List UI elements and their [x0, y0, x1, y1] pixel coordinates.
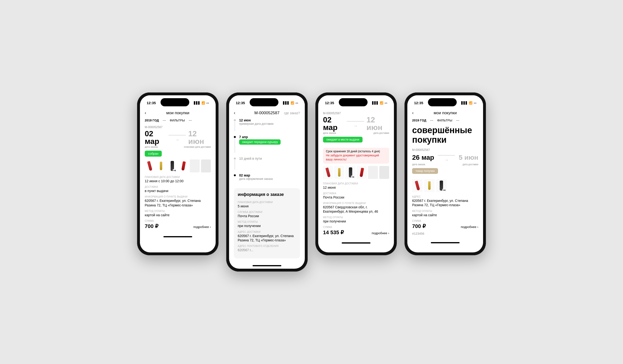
dynamic-island-3: [339, 98, 368, 106]
timeline-item-2: 7 апр ожидает передачи курьеру: [234, 135, 300, 153]
products-row-1: ×4: [145, 159, 211, 172]
product-1f: [201, 159, 211, 172]
info-value-1-3: картой на сайте: [145, 213, 211, 217]
back-button-2[interactable]: ‹: [234, 110, 235, 115]
status-time-3: 12:35: [325, 101, 334, 105]
info-label-3-1: ДОСТАВКА: [323, 192, 389, 195]
date-from-label-1: дата заказа: [145, 146, 158, 148]
sum-value-3: 14 535 ₽: [323, 229, 344, 236]
timeline-badge-2: ожидает передачи курьеру: [239, 139, 281, 145]
timeline-desc-1: примерная дата доставки: [239, 122, 273, 126]
date-row-1: 02 мар ————→ 12 июн: [145, 130, 211, 145]
status-time-1: 12:35: [147, 101, 156, 105]
status-icons-4: ▋▋▋ 📶 ▭: [461, 101, 476, 105]
info-label-2-4: АДРЕС ПОЧТОВОГО ОТДЕЛЕНИЯ: [238, 245, 296, 247]
timeline-item-4: 02 мар дата оформления заказа: [234, 173, 300, 181]
info-value-1-2: 620567 г. Екатеринбург, ул. Степана Рази…: [145, 198, 211, 207]
phones-container: 12:35 ▋▋▋ 📶 ▭ ‹ мои покупки 2019 ГОД ···…: [137, 92, 486, 272]
product-3c: ×4: [346, 166, 355, 179]
battery-icon-2: ▭: [295, 101, 298, 105]
date-arrow-4: ————→: [437, 152, 456, 163]
status-time-4: 12:35: [414, 101, 423, 105]
receipt-4: #123456: [412, 232, 478, 236]
back-button-4[interactable]: ‹: [412, 110, 414, 115]
date-from-3: 02 мар: [323, 116, 345, 131]
nav-bar-4: ‹ мои покупки: [407, 109, 483, 116]
timeline-dot-4: [234, 174, 236, 176]
nav-title-2: М-000052587: [254, 111, 280, 115]
info-label-2-1: СЛУЖБА ДОСТАВКИ: [238, 211, 296, 213]
product-4b: [424, 179, 435, 192]
info-value-2-0: 5 июня: [238, 204, 296, 208]
product-1e: [190, 159, 200, 172]
info-value-2-4: 620567 г...: [238, 248, 296, 252]
info-value-1-1: в пункт выдачи: [145, 189, 211, 193]
info-value-3-0: 12 июня: [323, 185, 389, 190]
info-label-4-2: СУММА: [412, 220, 478, 222]
more-link-3[interactable]: подробнее ›: [372, 231, 389, 235]
filters-label-1[interactable]: ФИЛЬТРЫ: [170, 119, 185, 122]
year-label-4[interactable]: 2019 ГОД: [412, 119, 426, 122]
product-3e: [368, 166, 378, 179]
info-label-2-2: МЕТОД ОПЛАТЫ: [238, 221, 296, 223]
date-from-label-3: дата заказа: [323, 132, 336, 134]
info-label-2-3: АДРЕС ДОСТАВКИ: [238, 231, 296, 233]
back-button-1[interactable]: ‹: [145, 110, 146, 115]
more-link-4[interactable]: подробнее ›: [461, 225, 478, 229]
timeline-dot-3: [234, 158, 236, 159]
info-block-2: информация о заказе ПЛАНОВАЯ ДАТА ДОСТАВ…: [234, 188, 300, 258]
date-row-3: 02 мар ————→ 12 июн: [323, 116, 389, 131]
order-id-4: М-000052587: [412, 148, 478, 151]
info-label-4-1: МЕТОД ОПЛАТЫ: [412, 210, 478, 213]
status-icons-1: ▋▋▋ 📶 ▭: [194, 101, 209, 105]
timeline-item-1: 12 июн примерная дата доставки: [234, 118, 300, 131]
year-dots-4[interactable]: ···: [430, 118, 433, 123]
status-time-2: 12:35: [236, 101, 245, 105]
date-to-label-4: дата доставки: [463, 163, 478, 166]
timeline-date-2: 7 апр: [239, 135, 281, 139]
signal-icon-3: ▋▋▋: [372, 101, 378, 105]
product-1d: [178, 159, 188, 172]
date-to-label-3: дата доставки: [373, 132, 389, 134]
year-dots-1[interactable]: ···: [163, 118, 166, 123]
status-bar-3: 12:35 ▋▋▋ 📶 ▭: [318, 95, 394, 109]
phone-1-screen: 12:35 ▋▋▋ 📶 ▭ ‹ мои покупки 2019 ГОД ···…: [140, 95, 216, 252]
filters-label-4[interactable]: ФИЛЬТРЫ: [437, 119, 452, 122]
info-value-4-0: 620567 г. Екатеринбург, ул. Степана Рази…: [412, 198, 478, 207]
order-card-1: М-000052587 02 мар ————→ 12 июн дата зак…: [145, 126, 211, 229]
signal-icon-4: ▋▋▋: [461, 101, 468, 105]
phone-4: 12:35 ▋▋▋ 📶 ▭ ‹ мои покупки 2019 ГОД ···…: [404, 92, 486, 255]
nav-right-2[interactable]: где заказ?: [284, 111, 300, 115]
home-indicator-2: [253, 265, 281, 266]
timeline-dot-2: [234, 136, 236, 138]
timeline-date-4: 02 мар: [239, 173, 273, 177]
info-value-3-1: Почта России: [323, 195, 389, 199]
phone-2: 12:35 ▋▋▋ 📶 ▭ ‹ М-000052587 где заказ?: [226, 92, 308, 272]
dynamic-island-2: [250, 98, 278, 106]
alert-text-3: Не забудьте документ удостоверяющий вашу…: [326, 153, 386, 162]
product-4a: [412, 179, 423, 192]
dynamic-island-1: [160, 98, 189, 106]
info-label-1-2: ИНФОРМАЦИЯ О ПУНКТЕ ВЫДАЧИ: [145, 195, 211, 198]
alert-3: Срок хранения 18 дней (осталось 4 дня) Н…: [323, 148, 389, 164]
status-bar-1: 12:35 ▋▋▋ 📶 ▭: [140, 95, 216, 109]
content-3: М-000052587 02 мар ————→ 12 июн дата зак…: [318, 109, 394, 241]
filters-dots-1[interactable]: ···: [189, 118, 192, 123]
nav-bar-2: ‹ М-000052587 где заказ?: [229, 109, 305, 116]
more-link-1[interactable]: подробнее ›: [193, 225, 211, 229]
filters-dots-4[interactable]: ···: [456, 118, 459, 123]
product-1b: [156, 159, 166, 172]
status-icons-3: ▋▋▋ 📶 ▭: [372, 101, 387, 105]
year-label-1[interactable]: 2019 ГОД: [145, 119, 159, 122]
date-labels-1: дата заказа плановая дата доставки: [145, 146, 211, 148]
date-row-4: 26 мар ————→ 5 июн: [412, 152, 478, 163]
date-from-4: 26 мар: [412, 154, 434, 161]
content-4: 2019 ГОД ··· ФИЛЬТРЫ ··· совершённыепоку…: [407, 116, 483, 240]
status-bar-2: 12:35 ▋▋▋ 📶 ▭: [229, 95, 305, 109]
sum-row-4: 700 ₽ подробнее ›: [412, 223, 478, 229]
sum-value-1: 700 ₽: [145, 223, 158, 229]
info-label-1-4: СУММА: [145, 220, 211, 222]
date-to-label-1: плановая дата доставки: [184, 146, 211, 148]
info-label-3-0: ПЛАНОВАЯ ДАТА ДОСТАВКИ: [323, 182, 389, 185]
sum-row-1: 700 ₽ подробнее ›: [145, 223, 211, 229]
